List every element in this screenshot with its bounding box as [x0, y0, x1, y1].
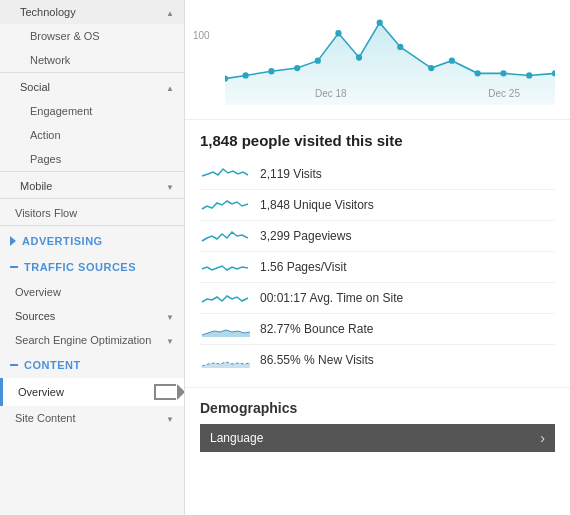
sidebar-item-action[interactable]: Action: [0, 123, 184, 147]
svg-point-4: [294, 65, 300, 71]
svg-point-2: [243, 72, 249, 78]
browser-os-label: Browser & OS: [30, 30, 100, 42]
stats-section: 1,848 people visited this site 2,119 Vis…: [185, 120, 570, 388]
stat-row-avg-time: 00:01:17 Avg. Time on Site: [200, 283, 555, 314]
avg-time-value: 00:01:17 Avg. Time on Site: [260, 291, 403, 305]
sidebar-item-pages[interactable]: Pages: [0, 147, 184, 171]
visits-value: 2,119 Visits: [260, 167, 322, 181]
pages-per-visit-value: 1.56 Pages/Visit: [260, 260, 347, 274]
seo-chevron-icon: [166, 334, 174, 346]
site-content-chevron-icon: [166, 412, 174, 424]
technology-label: Technology: [20, 6, 76, 18]
svg-point-8: [377, 20, 383, 26]
svg-point-11: [449, 58, 455, 64]
language-chevron-icon: ›: [540, 430, 545, 446]
visitors-flow-label: Visitors Flow: [15, 207, 77, 219]
language-label: Language: [210, 431, 263, 445]
svg-point-14: [526, 72, 532, 78]
pages-per-visit-sparkline-icon: [200, 257, 250, 277]
pages-label: Pages: [30, 153, 61, 165]
demographics-section: Demographics Language ›: [185, 388, 570, 464]
advertising-section: ADVERTISING: [0, 228, 184, 254]
content-minus-icon: [10, 364, 18, 366]
bounce-rate-area-icon: [200, 319, 250, 339]
technology-category[interactable]: Technology: [0, 0, 184, 24]
svg-point-13: [500, 70, 506, 76]
traffic-overview-label: Overview: [15, 286, 61, 298]
svg-point-5: [315, 58, 321, 64]
sidebar-item-network[interactable]: Network: [0, 48, 184, 72]
main-content: 100: [185, 0, 570, 515]
svg-point-9: [397, 44, 403, 50]
traffic-sources-minus-icon: [10, 266, 18, 268]
svg-point-6: [335, 30, 341, 36]
chart-area: 100: [185, 0, 570, 120]
demographics-title: Demographics: [200, 400, 555, 416]
mobile-section: Mobile: [0, 174, 184, 199]
action-label: Action: [30, 129, 61, 141]
site-content-label: Site Content: [15, 412, 76, 424]
sidebar-item-content-overview[interactable]: Overview: [0, 378, 184, 406]
social-label: Social: [20, 81, 50, 93]
stat-row-pageviews: 3,299 Pageviews: [200, 221, 555, 252]
svg-marker-16: [202, 330, 250, 337]
avg-time-sparkline-icon: [200, 288, 250, 308]
stat-row-pages-per-visit: 1.56 Pages/Visit: [200, 252, 555, 283]
sources-chevron-icon: [166, 310, 174, 322]
engagement-label: Engagement: [30, 105, 92, 117]
svg-point-3: [268, 68, 274, 74]
sidebar: Technology Browser & OS Network Social E…: [0, 0, 185, 515]
sidebar-item-seo[interactable]: Search Engine Optimization: [0, 328, 184, 352]
network-label: Network: [30, 54, 70, 66]
content-header[interactable]: CONTENT: [0, 352, 184, 378]
social-chevron-icon: [166, 81, 174, 93]
unique-visitors-value: 1,848 Unique Visitors: [260, 198, 374, 212]
svg-point-10: [428, 65, 434, 71]
new-visits-value: 86.55% % New Visits: [260, 353, 374, 367]
bounce-rate-value: 82.77% Bounce Rate: [260, 322, 373, 336]
arrow-indicator: [150, 384, 176, 400]
stat-row-unique-visitors: 1,848 Unique Visitors: [200, 190, 555, 221]
social-section: Social Engagement Action Pages: [0, 75, 184, 172]
sidebar-item-visitors-flow[interactable]: Visitors Flow: [0, 201, 184, 225]
svg-point-7: [356, 54, 362, 60]
visitors-flow-section: Visitors Flow: [0, 201, 184, 226]
pageviews-value: 3,299 Pageviews: [260, 229, 351, 243]
mobile-label: Mobile: [20, 180, 52, 192]
content-section: CONTENT Overview Site Content: [0, 352, 184, 430]
traffic-sources-header[interactable]: TRAFFIC SOURCES: [0, 254, 184, 280]
traffic-sources-section: TRAFFIC SOURCES Overview Sources Search …: [0, 254, 184, 352]
content-label: CONTENT: [24, 359, 81, 371]
chart-date-dec25: Dec 25: [488, 88, 520, 99]
traffic-sources-label: TRAFFIC SOURCES: [24, 261, 136, 273]
stat-row-new-visits: 86.55% % New Visits: [200, 345, 555, 375]
visits-sparkline-icon: [200, 164, 250, 184]
chart-date-dec18: Dec 18: [315, 88, 347, 99]
content-overview-label: Overview: [18, 386, 64, 398]
stats-headline: 1,848 people visited this site: [200, 132, 555, 149]
advertising-label: ADVERTISING: [22, 235, 103, 247]
svg-marker-17: [202, 362, 250, 368]
social-category[interactable]: Social: [0, 75, 184, 99]
mobile-category[interactable]: Mobile: [0, 174, 184, 198]
technology-chevron-icon: [166, 6, 174, 18]
advertising-triangle-icon: [10, 236, 16, 246]
stat-row-visits: 2,119 Visits: [200, 159, 555, 190]
sidebar-item-sources[interactable]: Sources: [0, 304, 184, 328]
stat-row-bounce-rate: 82.77% Bounce Rate: [200, 314, 555, 345]
technology-section: Technology Browser & OS Network: [0, 0, 184, 73]
sidebar-item-site-content[interactable]: Site Content: [0, 406, 184, 430]
sidebar-item-traffic-overview[interactable]: Overview: [0, 280, 184, 304]
language-bar[interactable]: Language ›: [200, 424, 555, 452]
pageviews-sparkline-icon: [200, 226, 250, 246]
sources-label: Sources: [15, 310, 55, 322]
seo-label: Search Engine Optimization: [15, 334, 151, 346]
advertising-header[interactable]: ADVERTISING: [0, 228, 184, 254]
new-visits-area-icon: [200, 350, 250, 370]
unique-visitors-sparkline-icon: [200, 195, 250, 215]
sidebar-item-browser-os[interactable]: Browser & OS: [0, 24, 184, 48]
sidebar-item-engagement[interactable]: Engagement: [0, 99, 184, 123]
svg-point-12: [475, 70, 481, 76]
mobile-chevron-icon: [166, 180, 174, 192]
chart-y-label: 100: [193, 30, 210, 41]
